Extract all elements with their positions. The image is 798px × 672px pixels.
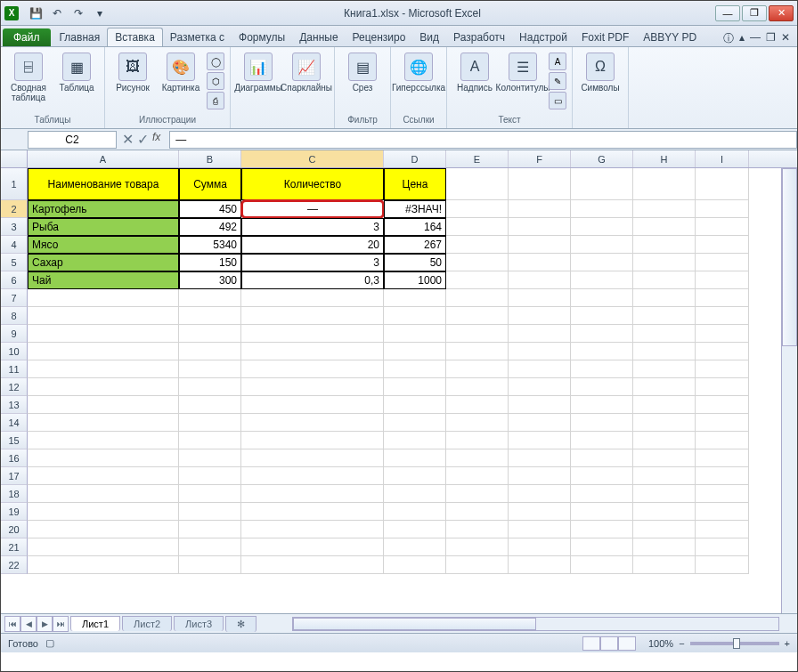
cell[interactable] bbox=[28, 467, 179, 485]
header-cell[interactable]: Количество bbox=[241, 168, 384, 200]
tab-insert[interactable]: Вставка bbox=[107, 28, 163, 46]
close-button[interactable]: ✕ bbox=[769, 5, 794, 21]
row-header-3[interactable]: 3 bbox=[1, 218, 28, 236]
cell[interactable] bbox=[633, 236, 696, 254]
doc-min-icon[interactable]: — bbox=[750, 31, 761, 46]
cell[interactable] bbox=[384, 396, 446, 414]
cell[interactable] bbox=[241, 538, 384, 556]
cell[interactable] bbox=[509, 218, 571, 236]
cell[interactable] bbox=[28, 378, 179, 396]
cell[interactable] bbox=[446, 538, 509, 556]
cell[interactable] bbox=[179, 414, 241, 432]
cell[interactable] bbox=[696, 343, 749, 360]
row-header-14[interactable]: 14 bbox=[1, 414, 28, 432]
cell[interactable] bbox=[179, 503, 241, 521]
qat-customize[interactable]: ▾ bbox=[90, 4, 110, 23]
cell[interactable] bbox=[241, 343, 384, 360]
cell[interactable] bbox=[241, 396, 384, 414]
cell[interactable]: 492 bbox=[179, 218, 241, 236]
charts-button[interactable]: 📊Диаграммы bbox=[236, 49, 281, 93]
cell[interactable] bbox=[384, 432, 446, 449]
cell[interactable] bbox=[571, 360, 633, 378]
cell[interactable] bbox=[28, 307, 179, 325]
cell[interactable] bbox=[633, 521, 696, 538]
select-all-button[interactable] bbox=[1, 150, 28, 167]
cell[interactable] bbox=[509, 378, 571, 396]
active-cell[interactable]: — bbox=[241, 200, 384, 218]
cell[interactable] bbox=[571, 236, 633, 254]
cell[interactable] bbox=[384, 538, 446, 556]
row-header-15[interactable]: 15 bbox=[1, 432, 28, 449]
cell[interactable] bbox=[179, 432, 241, 449]
cell[interactable] bbox=[28, 503, 179, 521]
row-header-4[interactable]: 4 bbox=[1, 236, 28, 254]
row-header-2[interactable]: 2 bbox=[1, 200, 28, 218]
zoom-in-button[interactable]: + bbox=[785, 638, 790, 649]
cell[interactable] bbox=[696, 485, 749, 503]
row-header-8[interactable]: 8 bbox=[1, 307, 28, 325]
cell[interactable] bbox=[28, 414, 179, 432]
cell[interactable] bbox=[696, 449, 749, 467]
cell[interactable] bbox=[696, 432, 749, 449]
cell[interactable] bbox=[446, 432, 509, 449]
cell[interactable] bbox=[384, 378, 446, 396]
cell[interactable] bbox=[446, 556, 509, 574]
cell[interactable] bbox=[633, 168, 696, 200]
cell[interactable] bbox=[633, 271, 696, 289]
cell[interactable] bbox=[509, 432, 571, 449]
cell[interactable] bbox=[384, 414, 446, 432]
cell[interactable] bbox=[696, 236, 749, 254]
cancel-formula-icon[interactable]: ✕ bbox=[122, 131, 134, 148]
cell[interactable]: 450 bbox=[179, 200, 241, 218]
cell[interactable] bbox=[696, 200, 749, 218]
cell[interactable]: 1000 bbox=[384, 271, 446, 289]
cell[interactable] bbox=[446, 378, 509, 396]
cell[interactable] bbox=[696, 396, 749, 414]
cell[interactable] bbox=[571, 396, 633, 414]
cell[interactable] bbox=[571, 432, 633, 449]
cell[interactable] bbox=[571, 556, 633, 574]
cell[interactable] bbox=[446, 503, 509, 521]
cell[interactable] bbox=[633, 432, 696, 449]
cell[interactable] bbox=[633, 538, 696, 556]
row-header-5[interactable]: 5 bbox=[1, 254, 28, 271]
cell[interactable] bbox=[28, 538, 179, 556]
hscroll-thumb[interactable] bbox=[293, 618, 535, 630]
cell[interactable] bbox=[179, 360, 241, 378]
row-header-17[interactable]: 17 bbox=[1, 467, 28, 485]
cell[interactable] bbox=[384, 521, 446, 538]
cell[interactable] bbox=[241, 485, 384, 503]
cell[interactable] bbox=[509, 556, 571, 574]
cell[interactable] bbox=[633, 485, 696, 503]
cell[interactable] bbox=[571, 378, 633, 396]
cell[interactable] bbox=[446, 236, 509, 254]
save-button[interactable]: 💾 bbox=[26, 4, 45, 23]
redo-button[interactable]: ↷ bbox=[69, 4, 88, 23]
cell[interactable] bbox=[384, 360, 446, 378]
cell[interactable] bbox=[696, 503, 749, 521]
cell[interactable]: #ЗНАЧ! bbox=[384, 200, 446, 218]
table-button[interactable]: ▦Таблица bbox=[54, 49, 99, 93]
symbol-button[interactable]: ΩСимволы bbox=[578, 49, 623, 93]
cell[interactable] bbox=[509, 254, 571, 271]
row-header-10[interactable]: 10 bbox=[1, 343, 28, 360]
cell[interactable] bbox=[241, 467, 384, 485]
cell[interactable]: 20 bbox=[241, 236, 384, 254]
wordart-button[interactable]: A bbox=[549, 53, 566, 70]
sheet-tab-3[interactable]: Лист3 bbox=[174, 616, 224, 631]
cell[interactable] bbox=[696, 414, 749, 432]
file-tab[interactable]: Файл bbox=[3, 28, 51, 46]
cell[interactable] bbox=[241, 307, 384, 325]
shapes-button[interactable]: ◯ bbox=[207, 53, 224, 70]
cell[interactable] bbox=[509, 307, 571, 325]
maximize-button[interactable]: ❐ bbox=[742, 5, 767, 21]
cell[interactable]: 164 bbox=[384, 218, 446, 236]
col-header-H[interactable]: H bbox=[633, 150, 696, 167]
cell[interactable]: 300 bbox=[179, 271, 241, 289]
cell[interactable] bbox=[633, 503, 696, 521]
cell[interactable] bbox=[633, 343, 696, 360]
col-header-E[interactable]: E bbox=[446, 150, 509, 167]
picture-button[interactable]: 🖼Рисунок bbox=[110, 49, 155, 93]
cell[interactable] bbox=[633, 325, 696, 343]
cell[interactable] bbox=[696, 467, 749, 485]
